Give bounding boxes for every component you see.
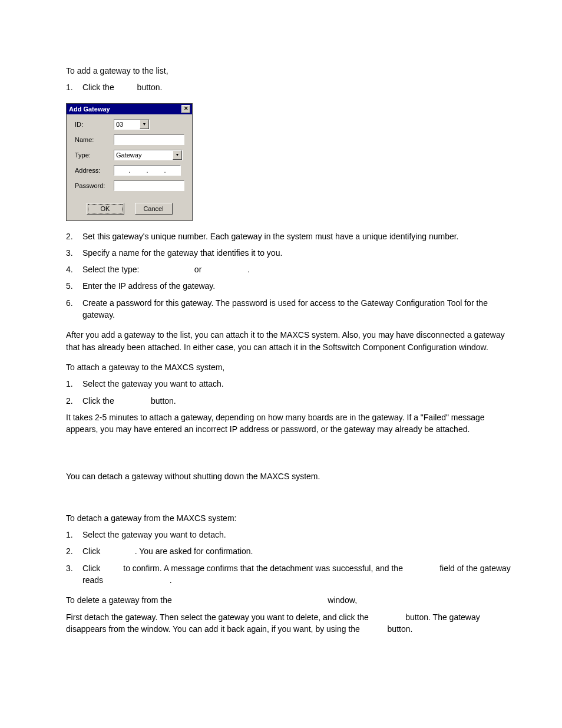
gap (141, 265, 192, 274)
num: 1. (66, 529, 82, 541)
add-step-2: 2. Set this gateway's unique number. Eac… (66, 230, 515, 242)
gap (371, 612, 403, 622)
add-step-6: 6. Create a password for this gateway. T… (66, 297, 515, 321)
after-add-text: After you add a gateway to the list, you… (66, 329, 515, 353)
add-gateway-dialog: Add Gateway ✕ ID: 03 ▼ Name: Type: Gatew… (66, 103, 193, 221)
detach-can: You can detach a gateway without shuttin… (66, 470, 515, 482)
num: 2. (66, 230, 82, 242)
num: 6. (66, 297, 82, 321)
intro-text: To add a gateway to the list, (66, 65, 515, 77)
num: 2. (66, 545, 82, 557)
dialog-title: Add Gateway (69, 106, 110, 113)
text: or (192, 265, 204, 274)
id-select[interactable]: 03 ▼ (114, 119, 150, 130)
num: 1. (66, 378, 82, 390)
name-label: Name: (75, 136, 114, 143)
text: Enter the IP address of the gateway. (82, 280, 515, 292)
detach-step-1: 1. Select the gateway you want to detach… (66, 529, 515, 541)
text: Select the gateway you want to detach. (82, 529, 515, 541)
ok-button[interactable]: OK (87, 203, 124, 215)
text: button. (135, 83, 163, 92)
gap (103, 564, 121, 573)
num: 2. (66, 395, 82, 407)
delete-intro: To delete a gateway from the window, (66, 594, 515, 606)
attach-step-1: 1. Select the gateway you want to attach… (66, 378, 515, 390)
add-step-4: 4. Select the type: or . (66, 263, 515, 275)
id-label: ID: (75, 121, 114, 128)
address-input[interactable]: ... (114, 165, 181, 176)
text: Set this gateway's unique number. Each g… (82, 230, 515, 242)
text: to confirm. A message confirms that the … (121, 564, 405, 573)
delete-body: First detach the gateway. Then select th… (66, 611, 515, 635)
gap (405, 564, 437, 573)
gap (105, 575, 170, 585)
gap (103, 546, 134, 556)
text: button. (148, 396, 176, 406)
gap (204, 265, 247, 274)
password-label: Password: (75, 182, 114, 189)
detach-intro: To detach a gateway from the MAXCS syste… (66, 512, 515, 524)
detach-step-3: 3. Click to confirm. A message confirms … (66, 562, 515, 587)
add-step-3: 3. Specify a name for the gateway that i… (66, 247, 515, 259)
text: Select the type: (82, 265, 141, 274)
gap (362, 624, 385, 634)
text: Click the (82, 396, 117, 406)
chevron-down-icon[interactable]: ▼ (173, 150, 182, 160)
name-input[interactable] (114, 134, 184, 145)
address-label: Address: (75, 167, 114, 174)
attach-note: It takes 2-5 minutes to attach a gateway… (66, 411, 515, 436)
num: 4. (66, 263, 82, 275)
detach-step-2: 2. Click . You are asked for confirmatio… (66, 545, 515, 557)
dialog-titlebar: Add Gateway ✕ (67, 104, 192, 114)
attach-intro: To attach a gateway to the MAXCS system, (66, 361, 515, 373)
add-step-5: 5. Enter the IP address of the gateway. (66, 280, 515, 292)
text: Create a password for this gateway. The … (82, 297, 515, 321)
type-select[interactable]: Gateway ▼ (114, 150, 183, 160)
type-label: Type: (75, 151, 114, 159)
text: Click (82, 546, 103, 556)
chevron-down-icon[interactable]: ▼ (140, 120, 149, 129)
text: Click the (82, 83, 117, 92)
add-step-1: 1. Click the button. (66, 81, 515, 93)
text: Specify a name for the gateway that iden… (82, 247, 515, 259)
num: 3. (66, 247, 82, 259)
text: . (247, 265, 250, 274)
text: . You are asked for confirmation. (135, 546, 253, 556)
gap (174, 595, 326, 605)
num: 1. (66, 81, 82, 93)
num: 3. (66, 562, 82, 587)
num: 5. (66, 280, 82, 292)
id-value: 03 (116, 121, 123, 128)
gap (117, 396, 148, 406)
attach-step-2: 2. Click the button. (66, 395, 515, 407)
text: . (170, 575, 172, 585)
close-icon[interactable]: ✕ (181, 105, 190, 113)
gap (117, 83, 135, 92)
password-input[interactable] (114, 180, 184, 191)
text: Select the gateway you want to attach. (82, 378, 515, 390)
text: Click (82, 564, 103, 573)
cancel-button[interactable]: Cancel (135, 203, 173, 215)
type-value: Gateway (116, 151, 141, 159)
